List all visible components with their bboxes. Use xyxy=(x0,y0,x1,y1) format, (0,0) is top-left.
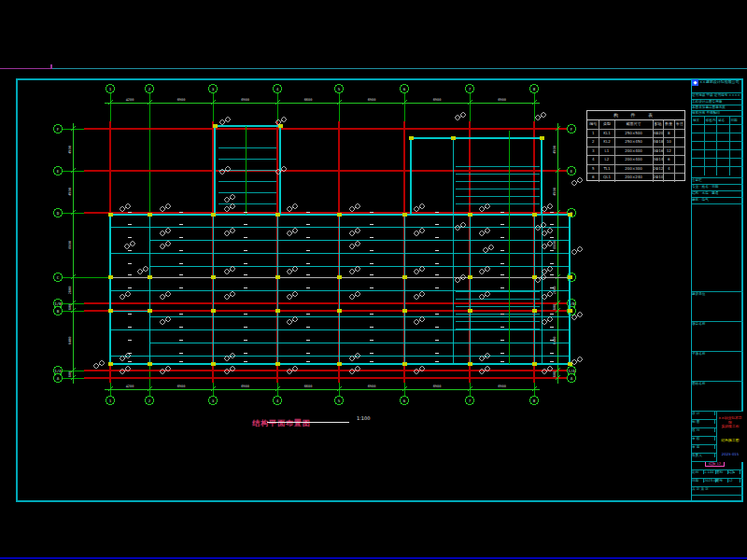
annotation-glyph xyxy=(350,357,354,360)
annotation-glyph xyxy=(489,245,493,249)
annotation-cluster xyxy=(543,267,552,273)
revision-cell xyxy=(692,150,705,158)
beam-mark xyxy=(306,237,310,238)
annotation-cluster xyxy=(225,204,234,211)
beam-mark xyxy=(306,361,310,362)
grid-cell: 图号 xyxy=(716,479,728,483)
drawing-canvas[interactable]: 4200690069006600690069006900420069006900… xyxy=(0,0,747,560)
beam-mark xyxy=(435,361,439,362)
schedule-cell: 6 xyxy=(587,174,599,182)
annotation-glyph xyxy=(415,231,418,235)
dimension-text: 800 xyxy=(68,371,72,378)
revision-cell xyxy=(705,125,718,133)
annotation-glyph xyxy=(420,317,424,321)
revision-row: 版次修改内容签名日期 xyxy=(692,117,743,125)
beam-mark xyxy=(550,287,554,288)
revision-cell xyxy=(705,167,718,175)
schedule-cell xyxy=(675,130,684,138)
column-marker xyxy=(275,362,280,366)
beam-mark xyxy=(500,314,504,315)
schedule-cell: 200×400 xyxy=(615,156,654,164)
beam-mark xyxy=(500,287,504,288)
titleblock-spacer xyxy=(692,204,743,292)
annotation-glyph xyxy=(293,292,297,296)
axis-bubble-label: 1/B xyxy=(54,301,62,306)
annotation-glyph xyxy=(543,207,546,211)
dimension-text: 6600 xyxy=(304,98,313,102)
annotation-glyph xyxy=(350,207,354,211)
titleblock-labeled-cell: 项目名称 xyxy=(692,322,743,352)
annotation-cluster xyxy=(120,292,130,299)
annotation-cluster xyxy=(480,354,489,360)
annotation-glyph xyxy=(120,357,124,360)
beam-mark xyxy=(550,361,554,362)
schedule-cell: TL1 xyxy=(599,165,614,174)
schedule-cell: 3Φ14 xyxy=(654,156,664,164)
dimension-text: 800 xyxy=(68,304,72,311)
cad-viewport[interactable]: 4200690069006600690069006900420069006900… xyxy=(0,0,747,560)
schedule-cell: 2 xyxy=(587,138,599,147)
beam-mark xyxy=(370,361,374,362)
column-marker xyxy=(402,362,407,366)
annotation-cluster xyxy=(161,292,170,299)
annotation-cluster xyxy=(480,204,489,211)
revision-cell xyxy=(705,150,718,158)
beam-mark xyxy=(370,237,374,238)
column-marker xyxy=(540,136,544,140)
revision-cell xyxy=(717,133,730,141)
grid-cell: 2023.06 xyxy=(704,479,716,483)
annotation-glyph xyxy=(572,181,576,185)
annotation-cluster xyxy=(536,275,545,282)
beam-mark xyxy=(244,274,247,275)
schedule-header-row: 编号类型截面尺寸配筋数量备注 xyxy=(587,120,684,130)
beam-mark xyxy=(244,340,247,341)
column-marker xyxy=(402,309,407,313)
grid-cell: 12 xyxy=(728,479,740,483)
schedule-cell: 1 xyxy=(587,130,599,138)
column-marker xyxy=(108,309,113,313)
annotation-glyph xyxy=(542,113,545,117)
schedule-title: 构 件 表 xyxy=(587,111,684,120)
beam-mark xyxy=(128,287,132,288)
beam-mark xyxy=(179,224,183,225)
column-marker xyxy=(108,362,113,366)
grid-cell: 结施 xyxy=(728,470,740,474)
annotation-glyph xyxy=(548,267,552,271)
schedule-cell: 3Φ16 xyxy=(654,147,664,156)
schedule-cell: 200×400 xyxy=(615,147,654,156)
schedule-cell: KL2 xyxy=(599,138,614,147)
beam-mark xyxy=(244,361,247,362)
beam-mark xyxy=(550,353,554,354)
annotation-glyph xyxy=(484,248,487,252)
annotation-glyph xyxy=(536,226,540,230)
column-marker xyxy=(337,362,342,366)
column-marker xyxy=(451,136,456,140)
annotation-cluster xyxy=(288,292,297,299)
beam-mark xyxy=(500,274,504,275)
dimension-text: 4200 xyxy=(126,385,134,388)
dimension-text: 4500 xyxy=(68,188,72,196)
annotation-glyph xyxy=(131,242,134,245)
annotation-glyph xyxy=(456,278,459,282)
beam-mark xyxy=(500,361,504,362)
beam-mark xyxy=(435,274,439,275)
annotation-cluster xyxy=(415,292,424,299)
annotation-glyph xyxy=(572,250,576,254)
column-marker xyxy=(568,309,572,313)
annotation-glyph xyxy=(543,270,546,273)
grid-cell: 1:100 xyxy=(704,470,716,474)
dimension-text: 6900 xyxy=(498,385,506,388)
beam-mark xyxy=(128,224,132,225)
beam-mark xyxy=(306,263,310,264)
annotation-cluster xyxy=(94,361,104,368)
column-marker xyxy=(275,275,280,279)
beam-mark xyxy=(128,250,132,251)
schedule-cell xyxy=(675,174,684,182)
annotation-glyph xyxy=(486,229,489,232)
revision-row xyxy=(692,142,743,150)
title-block: ◆××建筑设计院有限公司证书等级 甲级 证书编号 ××××工程设计出图专用章本图… xyxy=(691,79,742,501)
schedule-cell: 12 xyxy=(664,147,674,156)
schedule-cell: 2Φ10 xyxy=(654,174,664,182)
annotation-glyph xyxy=(288,207,291,211)
column-marker xyxy=(211,362,216,366)
